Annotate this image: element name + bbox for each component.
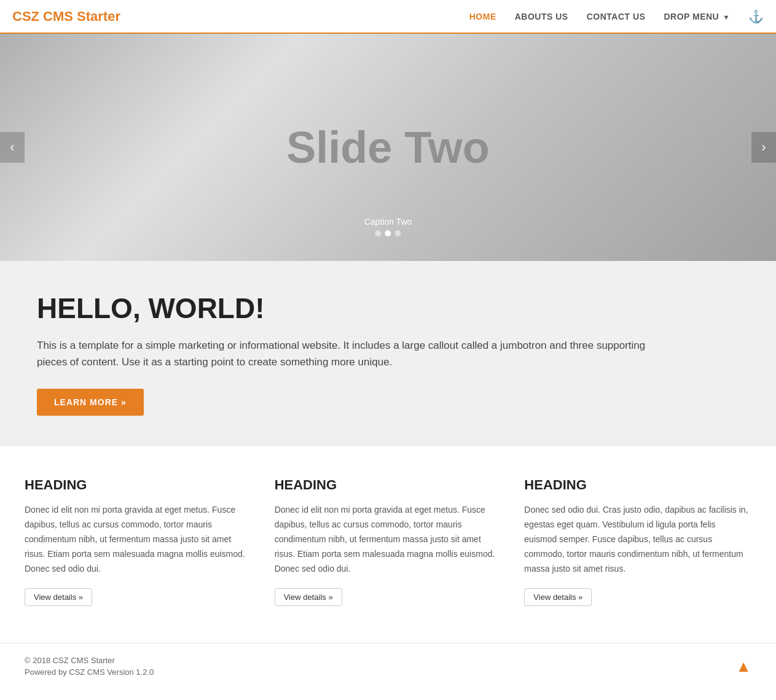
carousel-caption: Caption Two [364,217,412,236]
card-3-body: Donec sed odio dui. Cras justo odio, dap… [524,503,750,576]
content-card-2: HEADING Donec id elit non mi porta gravi… [275,477,500,606]
card-1-details-button[interactable]: View details » [25,588,92,606]
card-2-details-button[interactable]: View details » [275,588,342,606]
carousel-dot-3[interactable] [394,230,401,236]
back-to-top-button[interactable]: ▲ [735,657,751,676]
caption-text: Caption Two [364,217,412,227]
carousel-dot-2[interactable] [385,230,391,236]
footer: © 2018 CSZ CMS Starter Powered by CSZ CM… [0,643,776,689]
nav-menu: HOME ABOUTS US CONTACT US DROP MENU ▼ ⚓ [469,9,764,24]
card-1-body: Donec id elit non mi porta gravida at eg… [25,503,250,576]
footer-powered-by: Powered by CSZ CMS Version 1.2.0 [25,667,154,677]
nav-link-contact[interactable]: CONTACT US [587,12,646,21]
carousel-next-button[interactable]: › [751,132,776,163]
footer-copyright: © 2018 CSZ CMS Starter [25,656,154,665]
navbar: CSZ CMS Starter HOME ABOUTS US CONTACT U… [0,0,776,34]
nav-item-dropdown[interactable]: DROP MENU ▼ [664,11,730,22]
card-3-details-button[interactable]: View details » [524,588,592,606]
carousel-dots [364,230,412,236]
content-card-3: HEADING Donec sed odio dui. Cras justo o… [524,477,750,606]
card-2-heading: HEADING [275,477,500,493]
card-2-body: Donec id elit non mi porta gravida at eg… [275,503,500,576]
nav-link-about[interactable]: ABOUTS US [515,12,568,21]
learn-more-button[interactable]: LEARN MORE » [37,389,144,416]
slide-title: Slide Two [286,122,490,173]
footer-text: © 2018 CSZ CMS Starter Powered by CSZ CM… [25,656,154,677]
brand-logo[interactable]: CSZ CMS Starter [12,9,120,25]
content-section: HEADING Donec id elit non mi porta gravi… [0,446,776,643]
card-3-heading: HEADING [524,477,750,493]
card-1-heading: HEADING [25,477,250,493]
nav-item-user[interactable]: ⚓ [748,9,764,24]
carousel-dot-1[interactable] [375,230,381,236]
jumbotron-body: This is a template for a simple marketin… [37,337,651,370]
carousel: ‹ Slide Two Caption Two › [0,34,776,261]
nav-link-home[interactable]: HOME [469,12,496,21]
nav-item-about[interactable]: ABOUTS US [515,11,568,22]
nav-item-contact[interactable]: CONTACT US [587,11,646,22]
content-grid: HEADING Donec id elit non mi porta gravi… [25,477,750,606]
nav-item-home[interactable]: HOME [469,11,496,22]
carousel-prev-button[interactable]: ‹ [0,132,25,163]
chevron-down-icon: ▼ [723,14,730,21]
jumbotron-heading: HELLO, WORLD! [37,292,739,325]
user-icon[interactable]: ⚓ [748,10,764,23]
jumbotron: HELLO, WORLD! This is a template for a s… [0,261,776,446]
nav-link-dropdown[interactable]: DROP MENU ▼ [664,12,730,21]
content-card-1: HEADING Donec id elit non mi porta gravi… [25,477,250,606]
